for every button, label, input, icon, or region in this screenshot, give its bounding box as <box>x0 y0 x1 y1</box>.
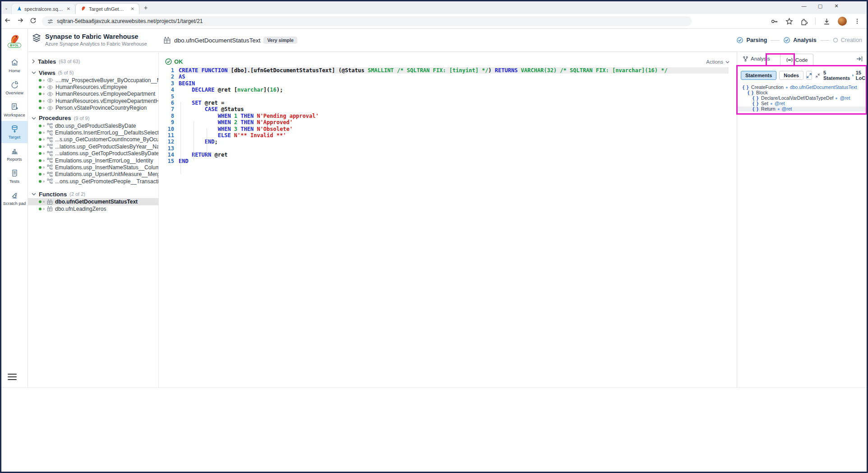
minimize-icon[interactable]: — <box>800 3 808 9</box>
rail-item-home[interactable]: Home <box>1 55 28 77</box>
nodes-button[interactable]: Nodes <box>779 71 803 80</box>
status-dot-icon <box>39 125 42 127</box>
rail-item-target[interactable]: Target <box>1 121 28 143</box>
reload-icon[interactable] <box>27 17 39 26</box>
proc-icon <box>47 144 53 149</box>
tree-item[interactable]: Emulations.usp_UpsertUnitMeasure__Merge <box>28 171 158 178</box>
status-dot2-icon <box>43 79 45 81</box>
code-line: 8 WHEN 1 THEN N'Pending approval' <box>159 113 737 119</box>
chevron-down-icon[interactable] <box>32 192 36 196</box>
back-icon[interactable] <box>1 17 14 26</box>
parrot-icon <box>80 5 86 12</box>
tree-item[interactable]: ....mv_ProspectiveBuyer_ByOccupation__Ma… <box>28 77 158 83</box>
rail-item-scratch-pad[interactable]: Scratch pad <box>1 187 28 209</box>
tree-item[interactable]: ...s.usp_GetCustomerCountIncome_ByOcupat… <box>28 136 158 143</box>
statement-row-declare-localvardef-datatypedef[interactable]: { }Declare/LocalVarDef/DataTypeDef@ret <box>737 96 867 101</box>
kebab-menu-icon[interactable] <box>854 18 860 25</box>
hamburger-menu-icon[interactable] <box>8 372 17 382</box>
expand-all-icon[interactable] <box>806 71 812 80</box>
line-number: 3 <box>159 80 179 87</box>
profile-avatar[interactable] <box>838 17 847 26</box>
tree-item[interactable]: ...ulations.usp_GetTopProductSalesByDate… <box>28 150 158 157</box>
tree-item[interactable]: dbo.ufnGetDocumentStatusText <box>28 198 158 205</box>
actions-dropdown[interactable]: Actions <box>706 59 729 65</box>
statement-row-block[interactable]: { }Block <box>737 90 867 96</box>
status-dot-icon <box>39 86 42 88</box>
status-row: OK <box>165 58 183 65</box>
statement-ref-link[interactable]: @ret <box>782 107 792 112</box>
func-icon <box>47 206 53 212</box>
tree-item[interactable]: Person.vStateProvinceCountryRegion <box>28 105 158 111</box>
tab-close-icon[interactable]: ✕ <box>130 6 135 11</box>
tree-section-tables[interactable]: Tables(63 of 63) <box>28 57 158 65</box>
rail-item-reports[interactable]: Reports <box>1 143 28 165</box>
rail-item-overview[interactable]: Overview <box>1 77 28 99</box>
collapse-all-icon[interactable] <box>815 71 821 80</box>
tree-item[interactable]: Emulations.usp_InsertErrorLog__Identity <box>28 157 158 164</box>
tree-item[interactable]: HumanResources.vEmployeeDepartment <box>28 91 158 97</box>
status-dot2-icon <box>43 181 45 182</box>
rail-item-tests[interactable]: Tests <box>1 165 28 187</box>
project-brand: Synapse to Fabric Warehouse Azure Synaps… <box>32 33 147 46</box>
new-tab-button[interactable]: + <box>144 4 148 11</box>
tab-search-icon[interactable]: ⌄ <box>1 5 11 10</box>
statement-summary: 5 Statements 15 LoC <box>823 70 866 81</box>
tree-section-procedures[interactable]: Procedures(9 of 9) <box>28 114 158 122</box>
url-bar[interactable]: sqltran-5etbaa6javzuk.azurewebsites.net/… <box>42 16 692 26</box>
tab-analysis[interactable]: Analysis <box>737 56 776 62</box>
rail-item-workspace[interactable]: Workspace <box>1 99 28 121</box>
tree-item[interactable]: ...ons.usp_GetPromotedPeople__Transactio… <box>28 178 158 185</box>
tree-item[interactable]: ...lations.usp_GetProductSalesByYear__Na… <box>28 143 158 150</box>
extensions-icon[interactable] <box>800 18 808 25</box>
tree-section-views[interactable]: Views(5 of 5) <box>28 69 158 77</box>
chevron-down-icon[interactable] <box>32 116 36 120</box>
forward-icon[interactable] <box>14 17 27 26</box>
tree-item-name: HumanResources.vEmployeeDepartmentHistor… <box>55 98 159 104</box>
tree-item[interactable]: Emulations.InsertErrorLog__DefaultsSelec… <box>28 129 158 136</box>
password-key-icon[interactable] <box>771 18 778 25</box>
tree-item[interactable]: HumanResources.vEmployeeDepartmentHistor… <box>28 97 158 104</box>
chevron-down-icon[interactable] <box>32 71 36 74</box>
line-content: DECLARE @ret [nvarchar](16); <box>179 87 729 93</box>
tab-code[interactable]: Code <box>780 54 814 66</box>
status-dot-icon <box>39 93 42 95</box>
statement-row-return[interactable]: { }Return@ret <box>737 107 867 112</box>
tab-strip: ⌄ spectralcore.sqltran-20250526✕Target u… <box>1 1 867 14</box>
dot-separator <box>836 97 837 99</box>
object-tree-panel: Tables(63 of 63)Views(5 of 5)....mv_Pros… <box>28 52 159 387</box>
download-icon[interactable] <box>823 18 831 25</box>
statement-ref-link[interactable]: dbo.ufnGetDocumentStatusText <box>790 85 857 90</box>
nav-rail: BYOL HomeOverviewWorkspaceTargetReportsT… <box>1 29 28 387</box>
tree-item[interactable]: dbo.usp_GetProductSalesByDate <box>28 122 158 129</box>
statement-ref-link[interactable]: @ret <box>840 96 850 101</box>
maximize-icon[interactable]: ▢ <box>816 3 824 9</box>
azure-icon <box>16 6 22 12</box>
code-line: 7 CASE @Status <box>159 106 737 112</box>
tab-close-icon[interactable]: ✕ <box>66 6 71 11</box>
proc-icon <box>47 123 53 129</box>
tree-item-name: dbo.ufnGetDocumentStatusText <box>55 199 138 205</box>
statement-kind: Block <box>756 90 768 96</box>
tree-item[interactable]: HumanResources.vEmployee <box>28 83 158 90</box>
statement-kind: Declare/LocalVarDef/DataTypeDef <box>761 96 833 101</box>
status-dot2-icon <box>43 132 45 134</box>
line-number: 2 <box>159 74 179 80</box>
browser-tab[interactable]: spectralcore.sqltran-20250526✕ <box>11 3 75 14</box>
tree-item-name: Emulations.usp_UpsertUnitMeasure__Merge <box>55 171 159 177</box>
statements-button[interactable]: Statements <box>741 71 776 80</box>
close-icon[interactable]: ✕ <box>832 3 840 9</box>
statement-row-set[interactable]: { }Set@ret <box>737 101 867 107</box>
tree-item[interactable]: dbo.ufnLeadingZeros <box>28 205 158 212</box>
browser-tab[interactable]: Target ufnGetDocumentStatusT✕ <box>75 3 139 14</box>
tree-item[interactable]: Emulations.usp_InsertNameStatus__ColumnD… <box>28 164 158 171</box>
navbar-right-icons <box>771 17 867 26</box>
bookmark-star-icon[interactable] <box>785 18 793 25</box>
status-dot-icon <box>39 152 42 155</box>
line-number: 7 <box>159 106 179 112</box>
statement-ref-link[interactable]: @ret <box>775 101 785 107</box>
collapse-panel-icon[interactable] <box>856 56 863 64</box>
chevron-right-icon[interactable] <box>32 59 35 64</box>
line-number: 1 <box>159 67 179 74</box>
code-editor[interactable]: OK Actions 1CREATE FUNCTION [dbo].[ufnGe… <box>159 52 737 387</box>
tree-section-functions[interactable]: Functions(2 of 2) <box>28 190 158 198</box>
